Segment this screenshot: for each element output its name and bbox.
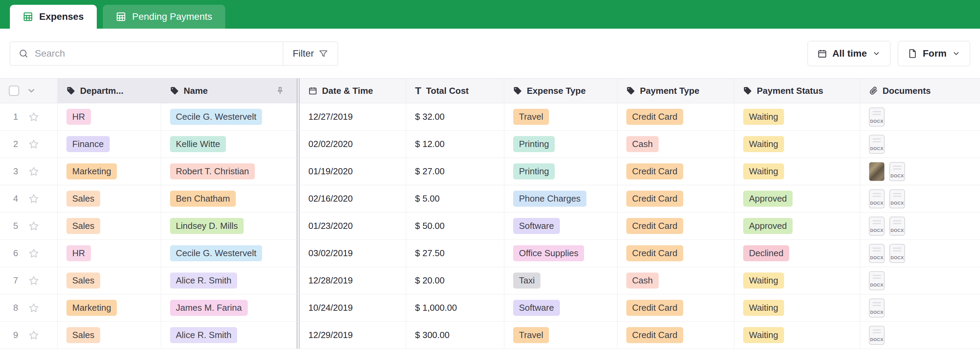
cell-total-cost[interactable]: $ 27.00 bbox=[406, 158, 504, 185]
cell-name[interactable]: Alice R. Smith bbox=[161, 267, 297, 294]
cell-payment-type[interactable]: Credit Card bbox=[617, 240, 734, 267]
table-row[interactable]: 7SalesAlice R. Smith12/28/2019$ 20.00Tax… bbox=[0, 267, 980, 294]
cell-payment-status[interactable]: Approved bbox=[734, 213, 860, 240]
cell-date-time[interactable]: 10/24/2019 bbox=[299, 294, 406, 321]
docx-file-icon[interactable]: DOCX bbox=[869, 271, 885, 290]
image-attachment-thumbnail[interactable] bbox=[869, 162, 885, 181]
cell-department[interactable]: HR bbox=[57, 103, 161, 130]
select-all-checkbox[interactable] bbox=[9, 86, 19, 96]
cell-total-cost[interactable]: $ 27.50 bbox=[406, 240, 504, 267]
cell-total-cost[interactable]: $ 12.00 bbox=[406, 131, 504, 158]
cell-name[interactable]: Ben Chatham bbox=[161, 185, 297, 212]
docx-file-icon[interactable]: DOCX bbox=[869, 244, 885, 263]
cell-total-cost[interactable]: $ 50.00 bbox=[406, 213, 504, 240]
cell-date-time[interactable]: 02/16/2020 bbox=[299, 185, 406, 212]
form-button[interactable]: Form bbox=[898, 41, 970, 66]
cell-date-time[interactable]: 12/29/2019 bbox=[299, 322, 406, 349]
docx-file-icon[interactable]: DOCX bbox=[869, 135, 885, 154]
star-icon[interactable] bbox=[28, 302, 40, 314]
column-header-expense-type[interactable]: Expense Type bbox=[504, 78, 617, 103]
cell-payment-type[interactable]: Cash bbox=[617, 267, 734, 294]
cell-documents[interactable]: DOCX bbox=[860, 103, 980, 130]
cell-date-time[interactable]: 12/27/2019 bbox=[299, 103, 406, 130]
cell-date-time[interactable]: 03/02/2019 bbox=[299, 240, 406, 267]
cell-expense-type[interactable]: Software bbox=[504, 294, 617, 321]
star-icon[interactable] bbox=[28, 220, 40, 232]
star-icon[interactable] bbox=[28, 248, 40, 259]
cell-documents[interactable]: DOCXDOCX bbox=[860, 240, 980, 267]
docx-file-icon[interactable]: DOCX bbox=[889, 244, 905, 263]
cell-name[interactable]: James M. Farina bbox=[161, 294, 297, 321]
cell-total-cost[interactable]: $ 20.00 bbox=[406, 267, 504, 294]
cell-date-time[interactable]: 02/02/2020 bbox=[299, 131, 406, 158]
cell-name[interactable]: Cecile G. Westervelt bbox=[161, 103, 297, 130]
docx-file-icon[interactable]: DOCX bbox=[869, 107, 885, 126]
cell-expense-type[interactable]: Phone Charges bbox=[504, 185, 617, 212]
cell-name[interactable]: Robert T. Christian bbox=[161, 158, 297, 185]
table-row[interactable]: 3MarketingRobert T. Christian01/19/2020$… bbox=[0, 158, 980, 185]
cell-payment-type[interactable]: Cash bbox=[617, 131, 734, 158]
column-header-name[interactable]: Name bbox=[161, 78, 297, 103]
cell-payment-status[interactable]: Approved bbox=[734, 185, 860, 212]
column-header-payment-type[interactable]: Payment Type bbox=[617, 78, 734, 103]
cell-payment-status[interactable]: Waiting bbox=[734, 103, 860, 130]
column-header-date-time[interactable]: Date & Time bbox=[299, 78, 406, 103]
cell-documents[interactable]: DOCXDOCX bbox=[860, 213, 980, 240]
time-range-button[interactable]: All time bbox=[808, 41, 890, 66]
cell-payment-status[interactable]: Waiting bbox=[734, 158, 860, 185]
cell-expense-type[interactable]: Travel bbox=[504, 103, 617, 130]
cell-expense-type[interactable]: Travel bbox=[504, 322, 617, 349]
cell-documents[interactable]: DOCX bbox=[860, 267, 980, 294]
cell-name[interactable]: Cecile G. Westervelt bbox=[161, 240, 297, 267]
filter-button[interactable]: Filter bbox=[283, 42, 338, 65]
tab-expenses[interactable]: Expenses bbox=[10, 5, 97, 29]
cell-documents[interactable]: DOCX bbox=[860, 294, 980, 321]
star-icon[interactable] bbox=[28, 193, 40, 205]
column-header-department[interactable]: Departm... bbox=[57, 78, 161, 103]
cell-name[interactable]: Alice R. Smith bbox=[161, 322, 297, 349]
cell-expense-type[interactable]: Taxi bbox=[504, 267, 617, 294]
cell-date-time[interactable]: 01/19/2020 bbox=[299, 158, 406, 185]
docx-file-icon[interactable]: DOCX bbox=[869, 298, 885, 318]
cell-department[interactable]: Finance bbox=[57, 131, 161, 158]
cell-expense-type[interactable]: Office Supplies bbox=[504, 240, 617, 267]
column-header-documents[interactable]: Documents bbox=[860, 78, 980, 103]
cell-department[interactable]: Marketing bbox=[57, 294, 161, 321]
cell-payment-type[interactable]: Credit Card bbox=[617, 103, 734, 130]
docx-file-icon[interactable]: DOCX bbox=[869, 189, 885, 208]
table-row[interactable]: 5SalesLindsey D. Mills01/23/2020$ 50.00S… bbox=[0, 213, 980, 240]
cell-total-cost[interactable]: $ 1,000.00 bbox=[406, 294, 504, 321]
cell-name[interactable]: Lindsey D. Mills bbox=[161, 213, 297, 240]
docx-file-icon[interactable]: DOCX bbox=[869, 217, 885, 236]
search-input[interactable] bbox=[35, 48, 275, 59]
star-icon[interactable] bbox=[28, 166, 40, 178]
column-header-total-cost[interactable]: T Total Cost bbox=[406, 78, 504, 103]
docx-file-icon[interactable]: DOCX bbox=[889, 189, 905, 208]
cell-payment-status[interactable]: Waiting bbox=[734, 267, 860, 294]
cell-department[interactable]: Sales bbox=[57, 267, 161, 294]
table-row[interactable]: 6HRCecile G. Westervelt03/02/2019$ 27.50… bbox=[0, 240, 980, 267]
cell-total-cost[interactable]: $ 5.00 bbox=[406, 185, 504, 212]
cell-department[interactable]: Marketing bbox=[57, 158, 161, 185]
cell-expense-type[interactable]: Software bbox=[504, 213, 617, 240]
star-icon[interactable] bbox=[28, 330, 40, 341]
cell-payment-type[interactable]: Credit Card bbox=[617, 185, 734, 212]
cell-date-time[interactable]: 01/23/2020 bbox=[299, 213, 406, 240]
cell-total-cost[interactable]: $ 300.00 bbox=[406, 322, 504, 349]
cell-department[interactable]: HR bbox=[57, 240, 161, 267]
cell-total-cost[interactable]: $ 32.00 bbox=[406, 103, 504, 130]
cell-date-time[interactable]: 12/28/2019 bbox=[299, 267, 406, 294]
cell-department[interactable]: Sales bbox=[57, 322, 161, 349]
tab-pending-payments[interactable]: Pending Payments bbox=[103, 5, 225, 29]
cell-department[interactable]: Sales bbox=[57, 185, 161, 212]
cell-payment-status[interactable]: Waiting bbox=[734, 294, 860, 321]
cell-payment-type[interactable]: Credit Card bbox=[617, 322, 734, 349]
pin-icon[interactable] bbox=[275, 86, 285, 96]
cell-payment-type[interactable]: Credit Card bbox=[617, 158, 734, 185]
star-icon[interactable] bbox=[28, 111, 40, 123]
cell-documents[interactable]: DOCX bbox=[860, 322, 980, 349]
star-icon[interactable] bbox=[28, 275, 40, 286]
cell-documents[interactable]: DOCX bbox=[860, 158, 980, 185]
table-row[interactable]: 8MarketingJames M. Farina10/24/2019$ 1,0… bbox=[0, 294, 980, 322]
cell-payment-status[interactable]: Waiting bbox=[734, 322, 860, 349]
